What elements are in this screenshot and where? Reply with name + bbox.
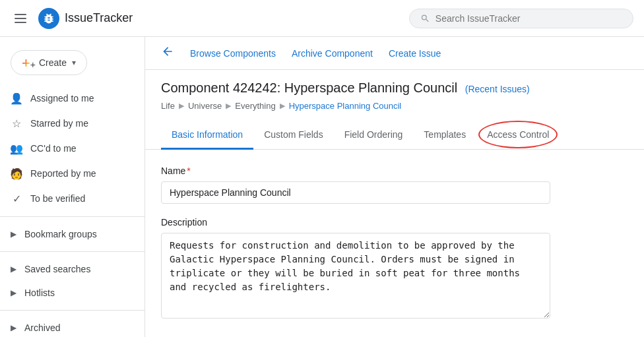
person-icon: 👤 xyxy=(11,92,22,104)
sidebar-item-label: Assigned to me xyxy=(30,93,94,104)
tabs: Basic Information Custom Fields Field Or… xyxy=(145,121,644,150)
search-input[interactable] xyxy=(435,13,622,24)
sidebar-item-assigned[interactable]: 👤 Assigned to me xyxy=(0,86,145,111)
sidebar-item-ccd[interactable]: 👥 CC'd to me xyxy=(0,136,145,161)
name-label: Name* xyxy=(161,166,628,176)
plus-icon: + xyxy=(22,56,35,69)
logo-area[interactable]: IssueTracker xyxy=(38,8,133,29)
chevron-down-icon: ▾ xyxy=(72,58,76,67)
required-star: * xyxy=(187,166,190,176)
sidebar-divider-3 xyxy=(0,310,145,311)
breadcrumb-arrow-1: ▶ xyxy=(179,102,184,110)
sidebar-expandable-label: Hotlists xyxy=(24,288,55,298)
sidebar-item-hotlists[interactable]: ▶ Hotlists xyxy=(0,281,145,305)
search-icon xyxy=(420,13,430,24)
sub-nav: Browse Components Archive Component Crea… xyxy=(145,37,644,70)
component-header: Component 424242: Hyperspace Planning Co… xyxy=(145,70,644,111)
sidebar-item-saved[interactable]: ▶ Saved searches xyxy=(0,257,145,281)
create-button[interactable]: + Create ▾ xyxy=(11,50,87,75)
name-input[interactable] xyxy=(161,181,550,204)
component-title: Component 424242: Hyperspace Planning Co… xyxy=(161,80,628,96)
back-button[interactable] xyxy=(161,45,174,61)
description-label: Description xyxy=(161,217,628,228)
sidebar-item-label: CC'd to me xyxy=(30,143,77,154)
search-bar[interactable] xyxy=(409,9,633,28)
breadcrumb-life[interactable]: Life xyxy=(161,101,175,111)
tab-custom-fields[interactable]: Custom Fields xyxy=(253,121,333,150)
expand-arrow-icon-3: ▶ xyxy=(11,288,16,297)
sidebar: + Create ▾ 👤 Assigned to me ☆ Starred by… xyxy=(0,37,145,337)
check-icon: ✓ xyxy=(11,193,22,204)
breadcrumb-current: Hyperspace Planning Council xyxy=(289,101,402,111)
sidebar-expandable-label: Bookmark groups xyxy=(24,229,97,239)
breadcrumb-arrow-3: ▶ xyxy=(280,102,285,110)
sidebar-expandable-label: Archived xyxy=(24,322,60,333)
sidebar-expandable-label: Saved searches xyxy=(24,264,90,274)
component-title-text: Component 424242: Hyperspace Planning Co… xyxy=(161,80,457,95)
name-field-group: Name* xyxy=(161,166,628,204)
breadcrumb: Life ▶ Universe ▶ Everything ▶ Hyperspac… xyxy=(161,101,628,111)
expand-arrow-icon-2: ▶ xyxy=(11,264,16,274)
sidebar-divider xyxy=(0,216,145,217)
sidebar-item-bookmarks[interactable]: ▶ Bookmark groups xyxy=(0,222,145,246)
sidebar-item-reported[interactable]: 🧑 Reported by me xyxy=(0,161,145,186)
tab-basic-information[interactable]: Basic Information xyxy=(161,121,253,150)
expand-arrow-icon-4: ▶ xyxy=(11,323,16,332)
back-arrow-icon xyxy=(161,45,174,58)
menu-icon[interactable] xyxy=(11,10,30,27)
sidebar-item-label: Starred by me xyxy=(30,118,88,129)
sidebar-item-archived[interactable]: ▶ Archived xyxy=(0,316,145,337)
create-issue-link[interactable]: Create Issue xyxy=(389,48,441,59)
form-area: Name* Description Requests for construct… xyxy=(145,150,644,337)
archive-component-link[interactable]: Archive Component xyxy=(292,48,373,59)
star-icon: ☆ xyxy=(11,117,22,129)
description-textarea[interactable]: Requests for construction and demolition… xyxy=(161,233,550,319)
breadcrumb-universe[interactable]: Universe xyxy=(188,101,222,111)
top-nav: IssueTracker xyxy=(0,0,644,37)
logo-bug xyxy=(38,8,59,29)
app-title: IssueTracker xyxy=(65,11,133,25)
main-content: Browse Components Archive Component Crea… xyxy=(145,37,644,337)
create-button-wrap: + Create ▾ xyxy=(0,45,145,86)
expand-arrow-icon: ▶ xyxy=(11,230,16,239)
layout: + Create ▾ 👤 Assigned to me ☆ Starred by… xyxy=(0,37,644,337)
recent-issues-link[interactable]: (Recent Issues) xyxy=(465,84,530,94)
breadcrumb-arrow-2: ▶ xyxy=(226,102,231,110)
breadcrumb-everything[interactable]: Everything xyxy=(235,101,275,111)
sidebar-item-starred[interactable]: ☆ Starred by me xyxy=(0,111,145,136)
tab-field-ordering[interactable]: Field Ordering xyxy=(334,121,414,150)
tab-templates[interactable]: Templates xyxy=(413,121,476,150)
bug-icon xyxy=(42,12,55,25)
group-icon: 👥 xyxy=(11,142,22,154)
description-field-group: Description Requests for construction an… xyxy=(161,217,628,321)
sidebar-item-label: To be verified xyxy=(30,193,85,204)
sidebar-divider-2 xyxy=(0,251,145,252)
sidebar-item-verify[interactable]: ✓ To be verified xyxy=(0,186,145,211)
browse-components-link[interactable]: Browse Components xyxy=(190,48,276,59)
person-add-icon: 🧑 xyxy=(11,168,22,179)
sidebar-item-label: Reported by me xyxy=(30,168,96,179)
tab-access-control[interactable]: Access Control xyxy=(476,121,560,150)
create-label: Create xyxy=(39,57,67,68)
